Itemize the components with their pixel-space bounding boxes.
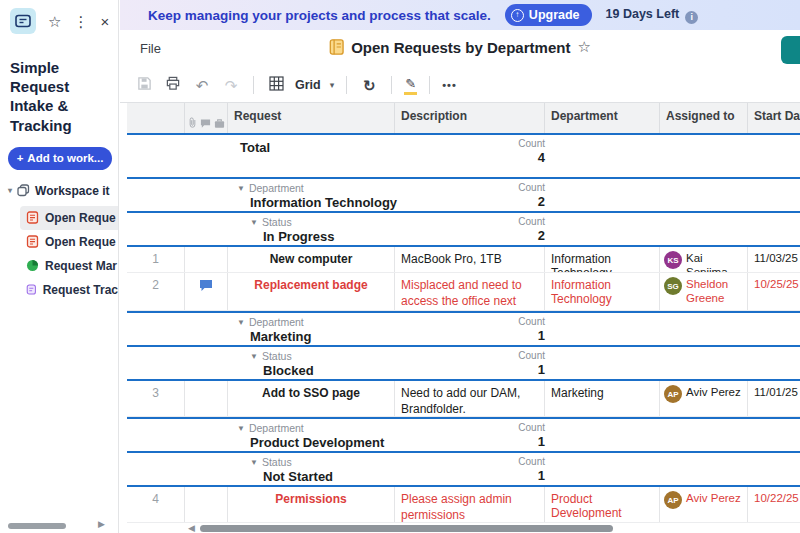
scrollbar-thumb[interactable]	[200, 525, 613, 532]
kebab-menu-icon[interactable]: ⋮	[73, 14, 88, 29]
share-button[interactable]	[781, 36, 800, 64]
report-notebook-icon	[329, 39, 344, 55]
cell-description[interactable]: Misplaced and need to access the office …	[395, 273, 545, 310]
cell-assigned-to[interactable]: KS Kai Senjima	[660, 247, 748, 272]
group-count: Count1	[445, 316, 545, 343]
row-number[interactable]: 1	[127, 247, 185, 272]
comment-icon[interactable]	[199, 279, 213, 292]
comment-icon	[200, 118, 211, 129]
chevron-down-icon[interactable]: ▾	[330, 80, 335, 90]
row-indicator-cell[interactable]	[185, 381, 228, 416]
favorite-star-icon[interactable]: ☆	[48, 14, 61, 29]
collapse-triangle-icon[interactable]: ▼	[237, 184, 245, 193]
column-header-start-date[interactable]: Start Date	[748, 103, 800, 133]
cell-start-date[interactable]: 10/22/25	[748, 487, 800, 522]
scroll-right-icon[interactable]: ▶	[98, 519, 105, 529]
collapse-triangle-icon[interactable]: ▼	[250, 352, 258, 361]
cell-department[interactable]: Marketing	[545, 381, 660, 416]
redo-icon[interactable]: ↷	[221, 78, 241, 93]
cell-assigned-to[interactable]: SG Sheldon Greene	[660, 273, 748, 310]
refresh-icon[interactable]: ↻	[359, 78, 379, 93]
collapse-triangle-icon[interactable]: ▼	[250, 218, 258, 227]
cell-request[interactable]: Add to SSO page	[228, 381, 395, 416]
sidebar-item-request-tracker[interactable]: Request Trac	[20, 278, 118, 302]
cell-assigned-to[interactable]: AP Aviv Perez	[660, 487, 748, 522]
favorite-star-icon[interactable]: ☆	[577, 38, 590, 56]
workspace-icon	[17, 184, 30, 197]
sidebar-item-open-requests-1[interactable]: Open Reque	[20, 206, 118, 230]
cell-request[interactable]: Replacement badge	[228, 273, 395, 310]
view-selector[interactable]: Grid	[295, 78, 321, 92]
sidebar-horizontal-scrollbar[interactable]: ▶	[0, 521, 119, 531]
cell-assigned-to[interactable]: AP Aviv Perez	[660, 381, 748, 416]
grid-view-icon[interactable]	[266, 76, 286, 94]
upgrade-button[interactable]: ↑ Upgrade	[505, 4, 592, 26]
column-header-assigned-to[interactable]: Assigned to	[660, 103, 748, 133]
workspace-node[interactable]: ▾ Workspace it	[8, 184, 118, 198]
briefcase-icon	[214, 118, 225, 129]
sidebar-item-request-management[interactable]: Request Mar	[20, 254, 118, 278]
group-row-status-in-progress[interactable]: ▼Status In Progress Count2	[127, 211, 800, 245]
cell-department[interactable]: Product Development	[545, 487, 660, 522]
cell-request[interactable]: New computer	[228, 247, 395, 272]
info-icon[interactable]: i	[685, 11, 698, 24]
row-indicator-cell[interactable]	[185, 273, 228, 310]
upgrade-arrow-icon: ↑	[511, 9, 524, 22]
group-row-status-blocked[interactable]: ▼Status Blocked Count1	[127, 345, 800, 379]
collapse-triangle-icon[interactable]: ▼	[237, 424, 245, 433]
cell-request[interactable]: Permissions	[228, 487, 395, 522]
scroll-left-icon[interactable]: ◀	[188, 523, 195, 533]
group-row-department-it[interactable]: ▼Department Information Technology Count…	[127, 177, 800, 211]
row-number[interactable]: 3	[127, 381, 185, 416]
banner-message: Keep managing your projects and process …	[148, 8, 491, 23]
main-horizontal-scrollbar[interactable]: ◀	[120, 523, 800, 533]
sidebar-item-open-requests-2[interactable]: Open Reque	[20, 230, 118, 254]
row-number[interactable]: 2	[127, 273, 185, 310]
cell-description[interactable]: Please assign admin permissions	[395, 487, 545, 522]
file-menu[interactable]: File	[140, 41, 161, 56]
group-row-status-not-started[interactable]: ▼Status Not Started Count1	[127, 451, 800, 485]
toolbar-divider	[391, 76, 392, 94]
table-row: 1 New computer MacBook Pro, 1TB Informat…	[127, 245, 800, 273]
format-pen-icon[interactable]: ✎	[404, 76, 417, 95]
row-indicator-cell[interactable]	[185, 487, 228, 522]
workspace-tree: Open Reque Open Reque Request Mar Reques…	[0, 206, 118, 302]
report-grid: Request Description Department Assigned …	[120, 103, 800, 523]
table-row: 2 Replacement badge Misplaced and need t…	[127, 273, 800, 311]
close-icon[interactable]: ×	[100, 14, 109, 29]
collapse-triangle-icon[interactable]: ▼	[237, 318, 245, 327]
cell-start-date[interactable]: 11/03/25	[748, 247, 800, 272]
row-number[interactable]: 4	[127, 487, 185, 522]
cell-description[interactable]: Need to add our DAM, Brandfolder.	[395, 381, 545, 416]
cell-start-date[interactable]: 11/01/25	[748, 381, 800, 416]
print-icon[interactable]	[163, 76, 183, 94]
group-row-department-marketing[interactable]: ▼Department Marketing Count1	[127, 311, 800, 345]
cell-department[interactable]: Information Technology	[545, 247, 660, 272]
sidebar-toolbar: ☆ ⋮ ×	[0, 0, 118, 34]
add-to-workspace-button[interactable]: + Add to work...	[8, 147, 112, 170]
attachment-icon	[188, 117, 197, 129]
total-row: Total Count 4	[127, 133, 800, 177]
undo-icon[interactable]: ↶	[192, 78, 212, 93]
group-row-department-product-development[interactable]: ▼Department Product Development Count1	[127, 417, 800, 451]
column-header-description[interactable]: Description	[395, 103, 545, 133]
column-header-request[interactable]: Request	[228, 103, 395, 133]
total-count: Count 4	[445, 138, 545, 165]
column-header-department[interactable]: Department	[545, 103, 660, 133]
cell-department[interactable]: Information Technology	[545, 273, 660, 310]
form-icon	[26, 283, 37, 296]
collapse-triangle-icon[interactable]: ▼	[250, 458, 258, 467]
workspace-label: Workspace it	[35, 184, 109, 198]
toolbar-divider	[346, 76, 347, 94]
toolbar-divider	[429, 76, 430, 94]
chevron-down-icon[interactable]: ▾	[8, 186, 12, 195]
cell-start-date[interactable]: 10/25/25	[748, 273, 800, 310]
cell-description[interactable]: MacBook Pro, 1TB	[395, 247, 545, 272]
save-icon[interactable]	[134, 76, 154, 94]
row-indicator-cell[interactable]	[185, 247, 228, 272]
app-window: ☆ ⋮ × Simple Request Intake & Tracking +…	[0, 0, 800, 533]
scrollbar-thumb[interactable]	[8, 523, 66, 529]
more-options-button[interactable]: •••	[442, 79, 457, 91]
group-count: Count1	[445, 350, 545, 377]
toolbar: ↶ ↷ Grid ▾ ↻ ✎ •••	[120, 68, 800, 103]
